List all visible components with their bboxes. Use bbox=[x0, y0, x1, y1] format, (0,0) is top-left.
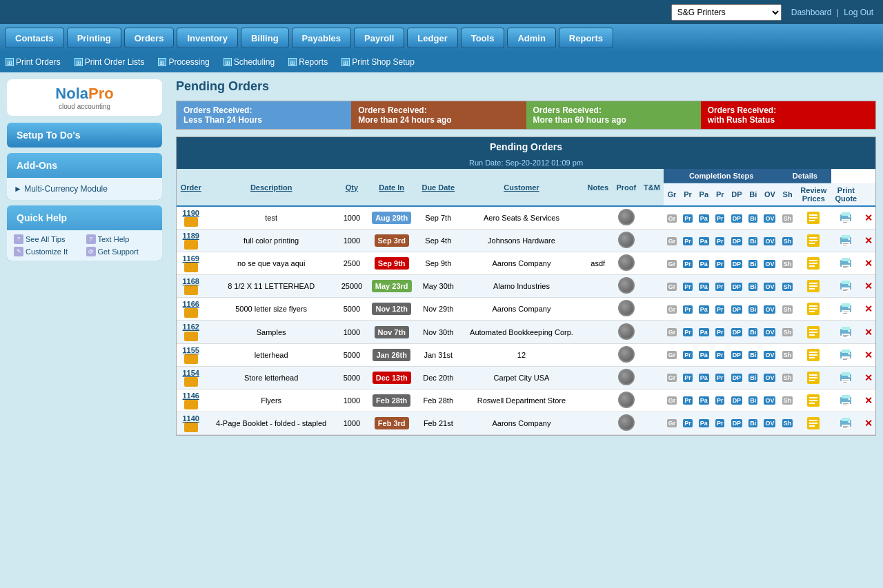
cell-pr-1169[interactable]: Pr bbox=[680, 252, 695, 275]
order-link-1189[interactable]: 1189 bbox=[179, 232, 203, 240]
step-bi-1140[interactable]: Bi bbox=[748, 419, 757, 427]
setup-todos-button[interactable]: Setup To Do's bbox=[7, 123, 162, 148]
cell-dp-1146[interactable]: DP bbox=[728, 389, 746, 412]
step-pr-1162[interactable]: Pr bbox=[683, 328, 693, 336]
delete-icon-1166[interactable]: ✕ bbox=[864, 303, 873, 314]
review-prices-icon-1189[interactable] bbox=[806, 233, 821, 248]
th-date-in[interactable]: Date In bbox=[366, 169, 417, 206]
step-bi-1168[interactable]: Bi bbox=[748, 283, 757, 291]
review-prices-icon-1146[interactable] bbox=[806, 393, 821, 408]
review-prices-icon-1162[interactable] bbox=[806, 325, 821, 340]
logout-link[interactable]: Log Out bbox=[844, 8, 873, 17]
print-quote-icon-1190[interactable] bbox=[838, 210, 853, 225]
nav-ledger[interactable]: Ledger bbox=[407, 28, 457, 48]
cell-gr-1166[interactable]: Gr bbox=[664, 298, 680, 321]
step-prf-1169[interactable]: Pr bbox=[715, 260, 725, 268]
step-dp-1162[interactable]: DP bbox=[731, 328, 743, 336]
step-pr-1189[interactable]: Pr bbox=[683, 237, 693, 245]
step-ov-1169[interactable]: OV bbox=[764, 260, 775, 268]
subnav-print-orders[interactable]: ⊞Print Orders bbox=[6, 57, 61, 67]
cell-review-1190[interactable] bbox=[796, 206, 831, 230]
nav-reports[interactable]: Reports bbox=[559, 28, 613, 48]
cell-prf-1154[interactable]: Pr bbox=[712, 366, 727, 389]
step-prf-1155[interactable]: Pr bbox=[715, 351, 725, 359]
step-pa-1155[interactable]: Pa bbox=[699, 351, 709, 359]
step-gr-1155[interactable]: Gr bbox=[667, 351, 677, 359]
proof-icon-1169[interactable] bbox=[618, 254, 635, 271]
delete-icon-1155[interactable]: ✕ bbox=[864, 349, 873, 361]
step-gr-1166[interactable]: Gr bbox=[667, 305, 677, 314]
cell-print-1166[interactable] bbox=[831, 298, 862, 321]
subnav-scheduling[interactable]: ⊞Scheduling bbox=[224, 57, 275, 67]
cell-gr-1169[interactable]: Gr bbox=[664, 252, 680, 275]
step-sh-1190[interactable]: Sh bbox=[782, 214, 793, 223]
step-bi-1162[interactable]: Bi bbox=[748, 328, 757, 336]
quickhelp-text-help[interactable]: ?Text Help bbox=[86, 234, 156, 244]
subnav-print-order-lists[interactable]: ⊞Print Order Lists bbox=[75, 57, 145, 67]
cell-bi-1166[interactable]: Bi bbox=[746, 298, 761, 321]
cell-pr-1154[interactable]: Pr bbox=[680, 366, 695, 389]
step-ov-1155[interactable]: OV bbox=[764, 351, 775, 359]
print-quote-icon-1155[interactable] bbox=[838, 347, 853, 363]
cell-ov-1162[interactable]: OV bbox=[761, 321, 780, 343]
step-bi-1155[interactable]: Bi bbox=[748, 351, 757, 359]
step-prf-1140[interactable]: Pr bbox=[715, 419, 725, 427]
cell-sh-1140[interactable]: Sh bbox=[779, 412, 796, 434]
step-dp-1190[interactable]: DP bbox=[731, 214, 743, 223]
nav-payroll[interactable]: Payroll bbox=[354, 28, 404, 48]
order-link-1166[interactable]: 1166 bbox=[179, 300, 203, 308]
step-bi-1190[interactable]: Bi bbox=[748, 214, 757, 223]
cell-gr-1190[interactable]: Gr bbox=[664, 206, 680, 230]
cell-ov-1155[interactable]: OV bbox=[761, 343, 780, 366]
delete-icon-1190[interactable]: ✕ bbox=[864, 212, 873, 223]
cell-bi-1140[interactable]: Bi bbox=[746, 412, 761, 434]
th-ov[interactable]: OV bbox=[761, 183, 780, 207]
th-qty[interactable]: Qty bbox=[337, 169, 366, 206]
review-prices-icon-1155[interactable] bbox=[806, 347, 821, 363]
proof-icon-1146[interactable] bbox=[618, 392, 635, 408]
th-sh[interactable]: Sh bbox=[779, 183, 796, 207]
th-bi[interactable]: Bi bbox=[746, 183, 761, 207]
cell-delete-1166[interactable]: ✕ bbox=[861, 298, 875, 321]
cell-pr-1189[interactable]: Pr bbox=[680, 230, 695, 252]
cell-gr-1154[interactable]: Gr bbox=[664, 366, 680, 389]
order-link-1154[interactable]: 1154 bbox=[179, 369, 203, 377]
step-ov-1189[interactable]: OV bbox=[764, 237, 775, 245]
step-sh-1162[interactable]: Sh bbox=[782, 328, 793, 336]
cell-review-1162[interactable] bbox=[796, 321, 831, 343]
print-quote-icon-1140[interactable] bbox=[838, 416, 853, 431]
step-bi-1154[interactable]: Bi bbox=[748, 374, 757, 382]
cell-delete-1155[interactable]: ✕ bbox=[861, 343, 875, 366]
edit-icon-1168[interactable] bbox=[184, 285, 198, 295]
step-sh-1155[interactable]: Sh bbox=[782, 351, 793, 359]
step-ov-1162[interactable]: OV bbox=[764, 328, 775, 336]
cell-sh-1169[interactable]: Sh bbox=[779, 252, 796, 275]
step-sh-1189[interactable]: Sh bbox=[782, 237, 793, 245]
step-pr-1140[interactable]: Pr bbox=[683, 419, 693, 427]
cell-prf-1140[interactable]: Pr bbox=[712, 412, 727, 434]
step-prf-1190[interactable]: Pr bbox=[715, 214, 725, 223]
cell-pr-1146[interactable]: Pr bbox=[680, 389, 695, 412]
step-dp-1168[interactable]: DP bbox=[731, 283, 743, 291]
cell-pa-1162[interactable]: Pa bbox=[695, 321, 712, 343]
cell-bi-1168[interactable]: Bi bbox=[746, 275, 761, 298]
print-quote-icon-1166[interactable] bbox=[838, 301, 853, 316]
th-due-date[interactable]: Due Date bbox=[417, 169, 459, 206]
proof-icon-1190[interactable] bbox=[618, 209, 635, 225]
nav-payables[interactable]: Payables bbox=[292, 28, 351, 48]
step-ov-1166[interactable]: OV bbox=[764, 305, 775, 314]
cell-prf-1168[interactable]: Pr bbox=[712, 275, 727, 298]
step-prf-1189[interactable]: Pr bbox=[715, 237, 725, 245]
delete-icon-1168[interactable]: ✕ bbox=[864, 281, 873, 292]
step-ov-1140[interactable]: OV bbox=[764, 419, 775, 427]
cell-print-1155[interactable] bbox=[831, 343, 862, 366]
cell-review-1166[interactable] bbox=[796, 298, 831, 321]
step-bi-1166[interactable]: Bi bbox=[748, 305, 757, 314]
step-pa-1169[interactable]: Pa bbox=[699, 260, 709, 268]
step-dp-1166[interactable]: DP bbox=[731, 305, 743, 314]
step-pr-1166[interactable]: Pr bbox=[683, 305, 693, 314]
step-dp-1146[interactable]: DP bbox=[731, 396, 743, 405]
cell-pa-1166[interactable]: Pa bbox=[695, 298, 712, 321]
step-pa-1189[interactable]: Pa bbox=[699, 237, 709, 245]
cell-prf-1189[interactable]: Pr bbox=[712, 230, 727, 252]
